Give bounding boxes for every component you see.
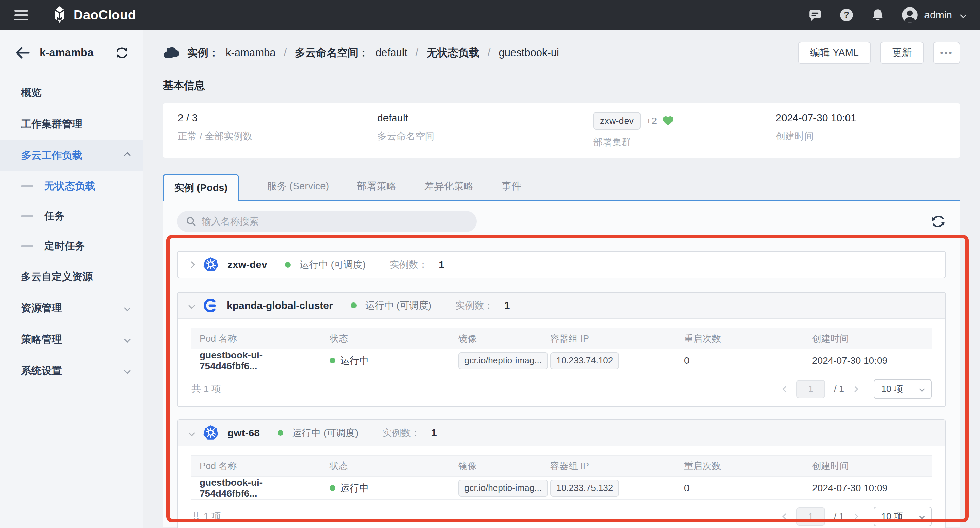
- pod-created: 2024-07-30 10:09: [804, 349, 933, 372]
- breadcrumb-instance-value[interactable]: k-amamba: [226, 47, 275, 59]
- cluster-name: gwt-68: [228, 427, 260, 439]
- sidebar-header: k-amamba: [15, 46, 129, 59]
- field-created-time: 2024-07-30 10:01 创建时间: [776, 112, 945, 149]
- page-of: / 1: [834, 511, 844, 522]
- chevron-right-icon[interactable]: [188, 261, 195, 268]
- chevron-down-icon: [920, 386, 925, 392]
- pod-ip-tag[interactable]: 10.233.75.132: [550, 480, 619, 497]
- sidebar-item-multicloud-workloads[interactable]: 多云工作负载: [0, 140, 143, 171]
- more-clusters-count[interactable]: +2: [646, 115, 657, 126]
- cluster-header[interactable]: gwt-68 运行中 (可调度) 实例数： 1: [178, 420, 945, 446]
- sidebar-menu: 概览 工作集群管理 多云工作负载 无状态负载 任务 定时任务 多云自定义资源 资…: [0, 77, 143, 386]
- breadcrumb-workload-type[interactable]: 无状态负载: [427, 46, 479, 60]
- col-pod-name: Pod 名称: [191, 456, 321, 476]
- pagination-total: 共 1 项: [191, 383, 221, 396]
- pod-name[interactable]: guestbook-ui-754d46fbf6...: [191, 349, 321, 372]
- basic-info-card: 2 / 3 正常 / 全部实例数 default 多云命名空间 zxw-dev …: [163, 103, 960, 158]
- pagination: 共 1 项 1 / 1 10 项: [178, 500, 945, 528]
- cluster-tag[interactable]: zxw-dev: [593, 112, 641, 130]
- col-pod-ip: 容器组 IP: [542, 456, 676, 476]
- sidebar-item-policy-mgmt[interactable]: 策略管理: [0, 324, 143, 355]
- app-root: DaoCloud ? admin: [0, 0, 980, 528]
- avatar: [902, 7, 918, 23]
- cluster-card-gwt-68: gwt-68 运行中 (可调度) 实例数： 1 Pod 名称 状态 镜像 容器组…: [177, 420, 946, 528]
- pod-created: 2024-07-30 10:09: [804, 477, 933, 499]
- search-row: [177, 201, 946, 232]
- update-button[interactable]: 更新: [880, 41, 924, 64]
- sidebar-item-overview[interactable]: 概览: [0, 77, 143, 108]
- col-status: 状态: [321, 329, 450, 349]
- kubernetes-icon: [203, 257, 219, 273]
- notification-bell-icon[interactable]: [870, 8, 885, 22]
- chevron-down-icon: [960, 11, 967, 18]
- cluster-header[interactable]: kpanda-global-cluster 运行中 (可调度) 实例数： 1: [178, 293, 945, 319]
- daocloud-logo-icon: [50, 6, 69, 24]
- search-input[interactable]: [202, 216, 468, 227]
- cluster-name: zxw-dev: [228, 259, 267, 271]
- pod-name[interactable]: guestbook-ui-754d46fbf6...: [191, 477, 321, 499]
- prev-page-icon[interactable]: [782, 514, 788, 520]
- page-size-select[interactable]: 10 项: [874, 507, 932, 526]
- pods-table: Pod 名称 状态 镜像 容器组 IP 重启次数 创建时间 guestbook-…: [191, 455, 932, 500]
- field-instances: 2 / 3 正常 / 全部实例数: [178, 112, 377, 149]
- tab-deploy-policy[interactable]: 部署策略: [357, 173, 396, 199]
- more-actions-button[interactable]: •••: [933, 41, 960, 64]
- breadcrumb-separator: /: [282, 47, 288, 59]
- prev-page-icon[interactable]: [782, 386, 788, 392]
- status-dot: [329, 358, 336, 364]
- topbar: DaoCloud ? admin: [0, 0, 980, 30]
- pod-ip-tag[interactable]: 10.233.74.102: [550, 352, 619, 369]
- page-header: 实例： k-amamba / 多云命名空间： default / 无状态负载 /…: [163, 41, 960, 64]
- search-box[interactable]: [177, 211, 477, 232]
- refresh-icon[interactable]: [930, 214, 946, 229]
- cluster-header[interactable]: zxw-dev 运行中 (可调度) 实例数： 1: [178, 252, 945, 278]
- pagination: 共 1 项 1 / 1 10 项: [178, 372, 945, 407]
- status-dot: [329, 485, 336, 491]
- help-icon[interactable]: ?: [839, 8, 854, 22]
- image-tag[interactable]: gcr.io/heptio-imag...: [458, 352, 548, 369]
- switch-cluster-icon[interactable]: [115, 47, 129, 59]
- breadcrumb-namespace-label: 多云命名空间：: [295, 46, 369, 60]
- sidebar-item-work-cluster-mgmt[interactable]: 工作集群管理: [0, 108, 143, 140]
- page-number-box[interactable]: 1: [797, 380, 825, 398]
- chevron-down-icon: [124, 305, 131, 311]
- cluster-card-zxw-dev: zxw-dev 运行中 (可调度) 实例数： 1: [177, 251, 946, 278]
- pods-count-value: 1: [431, 427, 436, 439]
- table-row: guestbook-ui-754d46fbf6... 运行中 gcr.io/he…: [191, 477, 932, 500]
- page-number-box[interactable]: 1: [797, 507, 825, 526]
- next-page-icon[interactable]: [852, 386, 858, 392]
- sidebar-item-cronjobs[interactable]: 定时任务: [0, 231, 143, 261]
- breadcrumb-separator: /: [486, 47, 492, 59]
- tab-events[interactable]: 事件: [501, 173, 521, 199]
- sidebar-item-resource-mgmt[interactable]: 资源管理: [0, 292, 143, 324]
- health-heart-icon: [662, 115, 674, 126]
- back-arrow-icon[interactable]: [15, 47, 30, 59]
- sidebar-item-multicloud-custom-resources[interactable]: 多云自定义资源: [0, 261, 143, 292]
- message-icon[interactable]: [808, 8, 822, 22]
- main-content: 实例： k-amamba / 多云命名空间： default / 无状态负载 /…: [143, 30, 980, 528]
- tab-service[interactable]: 服务 (Service): [267, 173, 329, 199]
- sidebar-item-stateless-workloads[interactable]: 无状态负载: [0, 171, 143, 201]
- kpanda-cluster-icon: [203, 298, 218, 313]
- user-menu[interactable]: admin: [902, 7, 966, 23]
- cloud-icon: [163, 46, 180, 60]
- header-actions: 编辑 YAML 更新 •••: [798, 41, 960, 64]
- col-created: 创建时间: [804, 329, 933, 349]
- next-page-icon[interactable]: [852, 514, 858, 520]
- chevron-down-icon[interactable]: [188, 429, 195, 436]
- image-tag[interactable]: gcr.io/heptio-imag...: [458, 480, 548, 497]
- tab-pods[interactable]: 实例 (Pods): [163, 174, 239, 201]
- sidebar-item-system-settings[interactable]: 系统设置: [0, 355, 143, 386]
- cluster-card-kpanda-global-cluster: kpanda-global-cluster 运行中 (可调度) 实例数： 1 P…: [177, 292, 946, 407]
- sidebar-item-jobs[interactable]: 任务: [0, 201, 143, 231]
- hamburger-menu-icon[interactable]: [14, 10, 28, 21]
- tab-diff-policy[interactable]: 差异化策略: [424, 173, 474, 199]
- page-size-select[interactable]: 10 项: [874, 379, 932, 399]
- cluster-name: k-amamba: [40, 46, 115, 59]
- field-namespace: default 多云命名空间: [377, 112, 593, 149]
- breadcrumb-instance-label: 实例：: [187, 46, 219, 60]
- pods-table: Pod 名称 状态 镜像 容器组 IP 重启次数 创建时间 guestbook-…: [191, 328, 932, 372]
- breadcrumb-namespace-value[interactable]: default: [375, 47, 407, 59]
- chevron-down-icon[interactable]: [188, 302, 195, 309]
- edit-yaml-button[interactable]: 编辑 YAML: [798, 41, 871, 64]
